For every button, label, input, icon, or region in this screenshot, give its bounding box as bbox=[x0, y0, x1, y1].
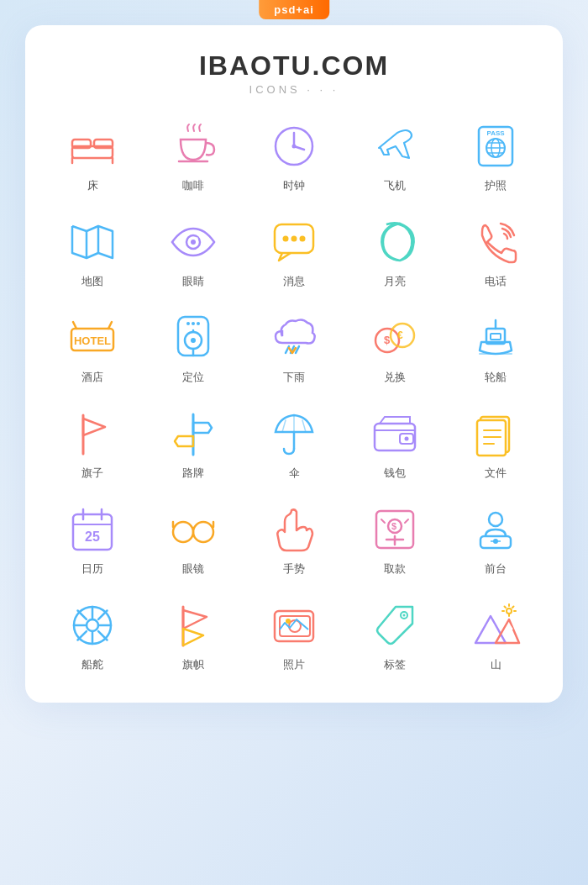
svg-text:$: $ bbox=[384, 334, 391, 346]
icon-glasses: 眼镜 bbox=[143, 494, 244, 582]
icon-file-label: 文件 bbox=[485, 466, 507, 481]
svg-line-74 bbox=[381, 519, 385, 523]
icon-calendar: 25 日历 bbox=[42, 494, 143, 582]
svg-point-25 bbox=[300, 236, 306, 242]
icon-rain: 下雨 bbox=[244, 303, 344, 390]
icon-moon: 月亮 bbox=[344, 207, 445, 294]
icon-passport: PASS 护照 bbox=[445, 111, 546, 198]
svg-point-79 bbox=[489, 513, 502, 526]
icon-eye-label: 眼睛 bbox=[182, 274, 204, 289]
icon-atm: $ 取款 bbox=[344, 494, 445, 582]
icon-moon-label: 月亮 bbox=[384, 274, 406, 289]
icon-location-label: 定位 bbox=[182, 370, 204, 385]
icon-gesture: 手势 bbox=[244, 494, 344, 582]
icons-grid: 床 咖啡 bbox=[42, 111, 546, 677]
card-header: IBAOTU.COM ICONS · · · bbox=[42, 50, 546, 96]
svg-line-105 bbox=[505, 607, 507, 608]
format-badge: psd+ai bbox=[259, 0, 329, 19]
icon-plane-label: 飞机 bbox=[384, 178, 406, 193]
icon-map-label: 地图 bbox=[81, 274, 103, 289]
svg-line-53 bbox=[302, 420, 306, 432]
svg-point-67 bbox=[173, 522, 193, 542]
icon-location: 定位 bbox=[143, 303, 244, 390]
icon-clock-label: 时钟 bbox=[283, 178, 305, 193]
icon-banner-label: 旗帜 bbox=[182, 657, 204, 672]
svg-line-51 bbox=[282, 420, 286, 432]
icon-plane: 飞机 bbox=[344, 111, 445, 198]
icon-glasses-label: 眼镜 bbox=[182, 561, 204, 577]
svg-point-99 bbox=[403, 614, 406, 617]
svg-rect-54 bbox=[375, 424, 415, 450]
icon-rain-label: 下雨 bbox=[283, 370, 305, 385]
icon-umbrella-label: 伞 bbox=[289, 466, 300, 481]
icon-passport-label: 护照 bbox=[485, 178, 507, 193]
icon-phone-label: 电话 bbox=[485, 274, 507, 289]
icon-umbrella: 伞 bbox=[244, 398, 344, 486]
svg-text:$: $ bbox=[391, 521, 396, 531]
main-card: IBAOTU.COM ICONS · · · 床 bbox=[25, 25, 563, 703]
icon-exchange: $ € 兑换 bbox=[344, 303, 445, 390]
svg-line-75 bbox=[405, 519, 408, 523]
svg-point-31 bbox=[186, 322, 190, 325]
site-title: IBAOTU.COM bbox=[42, 50, 546, 82]
svg-line-89 bbox=[78, 611, 87, 619]
icon-banner: 旗帜 bbox=[143, 590, 244, 677]
icon-wallet-label: 钱包 bbox=[384, 466, 406, 481]
svg-line-106 bbox=[512, 607, 514, 608]
icon-map: 地图 bbox=[42, 207, 143, 294]
svg-line-91 bbox=[98, 611, 107, 619]
svg-point-97 bbox=[286, 619, 291, 624]
svg-text:HOTEL: HOTEL bbox=[74, 335, 111, 347]
svg-text:€: € bbox=[397, 329, 403, 341]
icon-ship-label: 轮船 bbox=[485, 370, 507, 385]
icon-mountain: 山 bbox=[445, 590, 546, 677]
svg-point-56 bbox=[405, 437, 409, 441]
svg-point-24 bbox=[291, 236, 297, 242]
svg-text:25: 25 bbox=[85, 529, 100, 544]
icon-exchange-label: 兑换 bbox=[384, 370, 406, 385]
icon-coffee: 咖啡 bbox=[143, 111, 244, 198]
icon-calendar-label: 日历 bbox=[81, 561, 103, 577]
icon-ship: 轮船 bbox=[445, 303, 546, 390]
icon-helm: 船舵 bbox=[42, 590, 143, 677]
icon-bed: 床 bbox=[42, 111, 143, 198]
icon-wallet: 钱包 bbox=[344, 398, 445, 486]
icon-bed-label: 床 bbox=[87, 178, 98, 193]
svg-point-21 bbox=[195, 237, 198, 240]
svg-point-84 bbox=[87, 619, 98, 631]
svg-text:PASS: PASS bbox=[486, 129, 505, 137]
icon-gesture-label: 手势 bbox=[283, 561, 305, 577]
icon-reception-label: 前台 bbox=[485, 561, 507, 577]
icon-reception: 前台 bbox=[445, 494, 546, 582]
svg-point-23 bbox=[283, 236, 289, 242]
svg-line-92 bbox=[78, 631, 87, 640]
icon-clock: 时钟 bbox=[244, 111, 344, 198]
svg-point-100 bbox=[507, 608, 512, 614]
svg-point-33 bbox=[197, 322, 200, 325]
icon-photo-label: 照片 bbox=[283, 657, 305, 672]
icon-tag-label: 标签 bbox=[384, 657, 406, 672]
icon-helm-label: 船舵 bbox=[81, 657, 103, 672]
svg-point-68 bbox=[193, 522, 213, 542]
icon-file: 文件 bbox=[445, 398, 546, 486]
svg-point-36 bbox=[191, 338, 196, 343]
icon-signpost: 路牌 bbox=[143, 398, 244, 486]
icon-coffee-label: 咖啡 bbox=[182, 178, 204, 193]
icon-phone: 电话 bbox=[445, 207, 546, 294]
svg-rect-46 bbox=[491, 334, 501, 340]
icon-atm-label: 取款 bbox=[384, 561, 406, 577]
svg-line-90 bbox=[98, 631, 107, 640]
icon-flag-label: 旗子 bbox=[81, 466, 103, 481]
icon-hotel-label: 酒店 bbox=[81, 370, 103, 385]
icon-photo: 照片 bbox=[244, 590, 344, 677]
icon-eye: 眼睛 bbox=[143, 207, 244, 294]
icon-message: 消息 bbox=[244, 207, 344, 294]
icon-tag: 标签 bbox=[344, 590, 445, 677]
icon-mountain-label: 山 bbox=[491, 657, 501, 672]
icon-flag: 旗子 bbox=[42, 398, 143, 486]
icon-hotel: HOTEL 酒店 bbox=[42, 303, 143, 390]
svg-point-32 bbox=[192, 322, 195, 325]
svg-point-9 bbox=[292, 145, 297, 149]
icon-message-label: 消息 bbox=[283, 274, 305, 289]
svg-point-20 bbox=[191, 240, 196, 245]
